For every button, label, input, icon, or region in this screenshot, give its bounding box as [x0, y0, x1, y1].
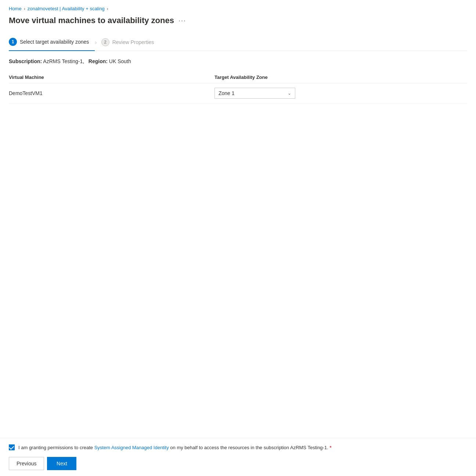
next-button[interactable]: Next — [47, 457, 76, 470]
breadcrumb-separator-1: › — [24, 6, 25, 11]
step-1-number: 1 — [9, 38, 17, 46]
consent-text-after: on my behalf to access the resources in … — [170, 445, 328, 450]
step-1[interactable]: 1 Select target availability zones — [9, 34, 95, 51]
vm-name: DemoTestVM1 — [9, 90, 214, 96]
breadcrumb: Home › zonalmovetest | Availability + sc… — [9, 6, 467, 11]
zone-select-cell: Zone 1 ⌄ — [214, 88, 467, 99]
vm-table: Virtual Machine Target Availability Zone… — [9, 72, 467, 103]
consent-row: I am granting permissions to create Syst… — [9, 444, 467, 451]
page-title-row: Move virtual machines to availability zo… — [9, 16, 467, 25]
step-2[interactable]: 2 Review Properties — [101, 34, 160, 51]
breadcrumb-home-link[interactable]: Home — [9, 6, 22, 11]
step-divider: › — [95, 39, 97, 46]
managed-identity-link[interactable]: System Assigned Managed Identity — [94, 445, 169, 450]
step-2-label: Review Properties — [112, 39, 154, 45]
breadcrumb-separator-2: › — [107, 6, 108, 11]
chevron-down-icon: ⌄ — [288, 91, 291, 96]
breadcrumb-resource-link[interactable]: zonalmovetest | Availability + scaling — [28, 6, 105, 11]
col-zone-header: Target Availability Zone — [214, 75, 467, 80]
subscription-value: AzRMS Testing-1, — [43, 58, 84, 64]
previous-button[interactable]: Previous — [9, 457, 44, 470]
zone-dropdown-value: Zone 1 — [219, 90, 235, 96]
footer-section: I am granting permissions to create Syst… — [0, 438, 476, 476]
subscription-label: Subscription: — [9, 58, 42, 64]
consent-text: I am granting permissions to create Syst… — [18, 444, 331, 451]
step-2-number: 2 — [101, 38, 109, 46]
table-header: Virtual Machine Target Availability Zone — [9, 72, 467, 83]
steps-container: 1 Select target availability zones › 2 R… — [9, 34, 467, 51]
consent-checkbox[interactable] — [9, 444, 15, 450]
col-vm-header: Virtual Machine — [9, 75, 214, 80]
region-value: UK South — [109, 58, 131, 64]
subscription-info: Subscription: AzRMS Testing-1, Region: U… — [9, 58, 467, 64]
page-title: Move virtual machines to availability zo… — [9, 16, 174, 25]
more-options-icon[interactable]: ··· — [178, 17, 186, 25]
step-1-label: Select target availability zones — [20, 39, 89, 45]
zone-dropdown[interactable]: Zone 1 ⌄ — [214, 88, 295, 99]
region-label: Region: — [89, 58, 108, 64]
button-row: Previous Next — [9, 457, 467, 470]
table-row: DemoTestVM1 Zone 1 ⌄ — [9, 83, 467, 103]
consent-text-before: I am granting permissions to create — [18, 445, 93, 450]
consent-required-marker: * — [329, 445, 331, 450]
